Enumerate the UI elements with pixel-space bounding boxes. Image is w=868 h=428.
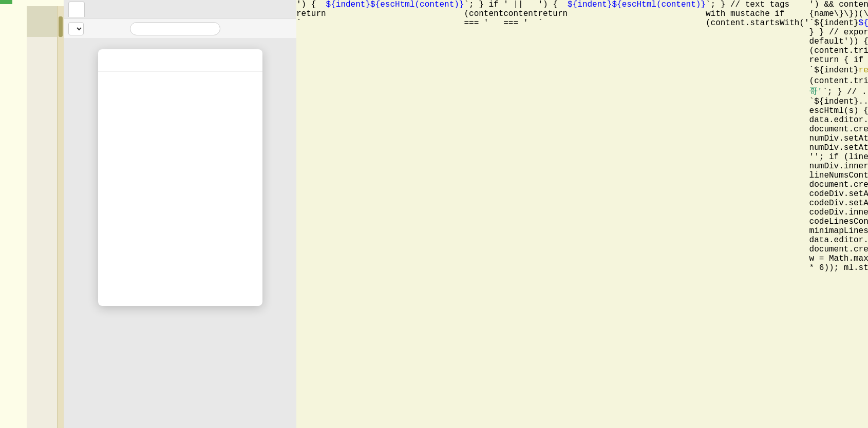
editor-tab[interactable] bbox=[0, 0, 12, 4]
minimap bbox=[27, 6, 58, 428]
lock-icon[interactable] bbox=[267, 23, 278, 34]
more-icon[interactable] bbox=[281, 23, 292, 34]
device-select[interactable] bbox=[68, 22, 84, 35]
phone-mockup bbox=[98, 49, 262, 306]
back-icon[interactable] bbox=[223, 23, 235, 34]
editor-scrollbar[interactable] bbox=[58, 6, 64, 428]
screenshot-icon[interactable] bbox=[87, 23, 98, 34]
line-numbers bbox=[0, 6, 25, 428]
phone-header bbox=[98, 49, 262, 72]
editor-panel bbox=[0, 0, 64, 428]
browser-panel bbox=[64, 0, 296, 428]
browser-content bbox=[64, 39, 296, 428]
browser-tabs bbox=[64, 0, 296, 18]
browser-toolbar bbox=[64, 18, 296, 39]
forward-icon[interactable] bbox=[238, 23, 249, 34]
url-input[interactable] bbox=[130, 22, 220, 35]
resize-icon[interactable] bbox=[116, 23, 127, 34]
browser-tab[interactable] bbox=[68, 2, 85, 17]
phone-body bbox=[98, 72, 262, 306]
inspect-icon[interactable] bbox=[101, 23, 112, 34]
refresh-icon[interactable] bbox=[252, 23, 263, 34]
